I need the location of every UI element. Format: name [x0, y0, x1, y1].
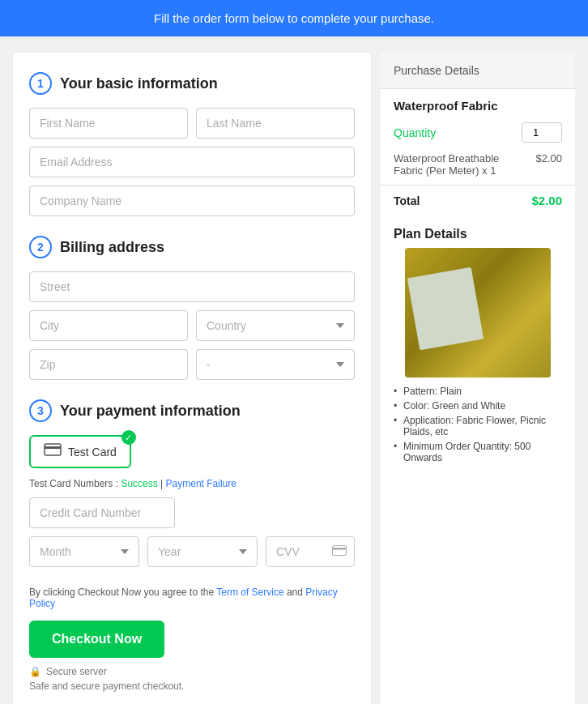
quantity-input[interactable]: [522, 122, 562, 143]
svg-rect-2: [333, 546, 347, 556]
section3-title: Your payment information: [60, 403, 241, 420]
svg-rect-0: [45, 444, 61, 455]
section-billing: 2 Billing address Country -: [29, 236, 355, 380]
terms-and: and: [287, 587, 305, 598]
svg-rect-3: [333, 548, 347, 550]
main-content: 1 Your basic information 2 Billi: [0, 36, 588, 704]
section3-header: 3 Your payment information: [29, 399, 355, 422]
test-card-note: Test Card Numbers : Success | Payment Fa…: [29, 478, 355, 489]
zip-state-row: -: [29, 349, 355, 380]
list-item: Color: Green and White: [394, 400, 562, 412]
street-row: [29, 271, 355, 302]
lock-icon: 🔒: [29, 666, 41, 677]
secure-note: 🔒 Secure server: [29, 666, 355, 677]
credit-card-icon: [44, 443, 62, 460]
city-input[interactable]: [29, 310, 188, 341]
purchase-details-header: Purchase Details: [381, 53, 575, 89]
quantity-row: Quantity: [381, 117, 575, 147]
plan-details-title: Plan Details: [381, 215, 575, 248]
secure-server-text: Secure server: [46, 666, 107, 677]
terms-text: By clicking Checkout Now you agree to th…: [29, 587, 355, 609]
top-banner: Fill the order form below to complete yo…: [0, 0, 588, 36]
tos-link[interactable]: Term of Service: [216, 587, 283, 598]
section1-number: 1: [29, 72, 52, 95]
line-item-name: Waterproof Breathable Fabric (Per Meter)…: [394, 152, 529, 177]
street-input[interactable]: [29, 271, 355, 302]
svg-rect-1: [45, 446, 61, 449]
left-panel: 1 Your basic information 2 Billi: [13, 53, 371, 704]
terms-prefix: By clicking Checkout Now you agree to th…: [29, 587, 216, 598]
cvv-card-icon: [332, 544, 347, 559]
list-item: Application: Fabric Flower, Picnic Plaid…: [394, 415, 562, 437]
product-name: Waterproof Fabric: [381, 89, 575, 117]
total-row: Total $2.00: [381, 185, 575, 215]
quantity-label: Quantity: [394, 126, 436, 139]
year-select[interactable]: Year: [147, 536, 258, 567]
cvv-wrapper: [266, 536, 355, 567]
total-label: Total: [394, 194, 420, 207]
test-card-note-text: Test Card Numbers :: [29, 478, 118, 489]
product-details-list: Pattern: Plain Color: Green and White Ap…: [381, 386, 575, 463]
section1-header: 1 Your basic information: [29, 72, 355, 95]
product-image-wrapper: [381, 248, 575, 378]
section3-number: 3: [29, 399, 52, 422]
first-name-input[interactable]: [29, 108, 188, 139]
zip-input[interactable]: [29, 349, 188, 380]
company-row: [29, 186, 355, 216]
failure-link[interactable]: Payment Failure: [166, 478, 236, 489]
section-payment: 3 Your payment information Test Card ✓ T…: [29, 399, 355, 567]
page-wrapper: Fill the order form below to complete yo…: [0, 0, 588, 704]
secure-subtext: Safe and secure payment checkout.: [29, 681, 355, 692]
section1-title: Your basic information: [60, 75, 218, 92]
line-item-row: Waterproof Breathable Fabric (Per Meter)…: [381, 147, 575, 181]
list-item: Minimum Order Quantity: 500 Onwards: [394, 441, 562, 463]
list-item: Pattern: Plain: [394, 386, 562, 397]
success-link[interactable]: Success: [121, 478, 157, 489]
card-check-icon: ✓: [121, 430, 136, 445]
month-select[interactable]: Month: [29, 536, 139, 567]
company-input[interactable]: [29, 186, 355, 216]
date-cvv-row: Month Year: [29, 536, 355, 567]
email-input[interactable]: [29, 147, 355, 177]
name-row: [29, 108, 355, 139]
section-basic-info: 1 Your basic information: [29, 72, 355, 216]
section2-title: Billing address: [60, 239, 164, 256]
section2-number: 2: [29, 236, 52, 258]
credit-card-row: [29, 497, 355, 528]
right-panel: Purchase Details Waterproof Fabric Quant…: [381, 53, 575, 704]
banner-text: Fill the order form below to complete yo…: [154, 11, 434, 25]
line-item-price: $2.00: [535, 152, 562, 164]
last-name-input[interactable]: [196, 108, 355, 139]
test-card-option[interactable]: Test Card ✓: [29, 435, 131, 468]
credit-card-input[interactable]: [29, 497, 175, 528]
card-label-text: Test Card: [68, 446, 117, 459]
total-price: $2.00: [531, 194, 562, 207]
product-image: [405, 248, 551, 378]
checkout-button[interactable]: Checkout Now: [29, 621, 164, 658]
email-row: [29, 147, 355, 177]
state-select[interactable]: -: [196, 349, 355, 380]
section2-header: 2 Billing address: [29, 236, 355, 258]
city-country-row: Country: [29, 310, 355, 341]
country-select[interactable]: Country: [196, 310, 355, 341]
